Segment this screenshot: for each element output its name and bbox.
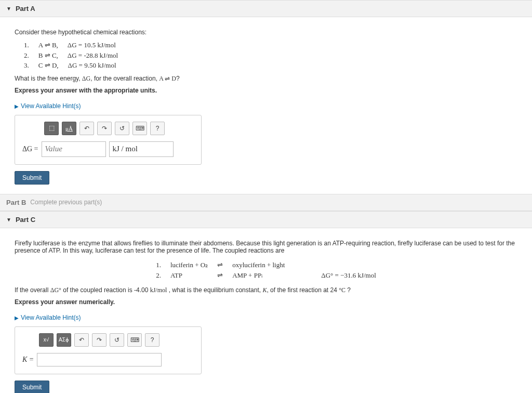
- reset-button[interactable]: ↺: [115, 122, 129, 135]
- unit-input[interactable]: [109, 141, 174, 157]
- value-input[interactable]: [42, 141, 106, 157]
- reaction-row: 2. B ⇌ C, ΔG = -28.8 kJ/mol: [24, 50, 517, 61]
- part-a-header[interactable]: ▼ Part A: [0, 0, 532, 17]
- help-button[interactable]: ?: [145, 333, 159, 347]
- undo-button[interactable]: ↶: [79, 122, 94, 135]
- equation-table: 1. luciferin + O₂ ⇌ oxyluciferin + light…: [151, 259, 381, 281]
- help-button[interactable]: ?: [150, 122, 165, 135]
- triangle-right-icon: ▶: [15, 315, 19, 321]
- part-b-header: Part B Complete previous part(s): [0, 194, 532, 211]
- answer-box-c: x√ ΑΣϕ ↶ ↷ ↺ ⌨ ? K =: [15, 326, 202, 374]
- part-a-title: Part A: [16, 5, 35, 12]
- greek-button[interactable]: ΑΣϕ: [57, 333, 71, 347]
- answer-input-row-a: ΔG =: [22, 141, 194, 157]
- part-c-intro: Firefly luciferase is the enzyme that al…: [15, 240, 517, 254]
- reaction-row: 1. A ⇌ B, ΔG = 10.5 kJ/mol: [24, 40, 517, 50]
- undo-button[interactable]: ↶: [74, 333, 89, 347]
- caret-down-icon: ▼: [6, 217, 11, 222]
- view-hints-link[interactable]: ▶View Available Hint(s): [15, 314, 81, 321]
- view-hints-link[interactable]: ▶View Available Hint(s): [15, 102, 81, 110]
- sqrt-button[interactable]: x√: [39, 333, 54, 347]
- submit-button-a[interactable]: Submit: [15, 171, 49, 185]
- submit-button-c[interactable]: Submit: [15, 381, 49, 394]
- templates-button[interactable]: ⬚: [44, 122, 59, 135]
- triangle-right-icon: ▶: [15, 103, 19, 109]
- part-a-intro: Consider these hypothetical chemical rea…: [15, 29, 517, 36]
- caret-down-icon: ▼: [6, 6, 11, 11]
- part-b-status: Complete previous part(s): [30, 199, 102, 206]
- part-c-body: Firefly luciferase is the enzyme that al…: [0, 228, 532, 394]
- part-b-title: Part B: [6, 199, 26, 206]
- part-a-question: What is the free energy, ΔG, for the ove…: [15, 75, 517, 83]
- redo-button[interactable]: ↷: [92, 333, 107, 347]
- part-a-instruction: Express your answer with the appropriate…: [15, 87, 517, 94]
- answer-input-row-c: K =: [22, 353, 194, 366]
- keyboard-button[interactable]: ⌨: [127, 333, 142, 347]
- equation-row: 1. luciferin + O₂ ⇌ oxyluciferin + light: [152, 260, 380, 270]
- part-a-body: Consider these hypothetical chemical rea…: [0, 17, 532, 194]
- toolbar-a: ⬚ μÅ ↶ ↷ ↺ ⌨ ?: [44, 122, 194, 135]
- redo-button[interactable]: ↷: [97, 122, 112, 135]
- equation-row: 2. ATP ⇌ AMP + PPᵢ ΔG° = −31.6 kJ/mol: [152, 271, 380, 280]
- answer-box-a: ⬚ μÅ ↶ ↷ ↺ ⌨ ? ΔG =: [15, 115, 202, 165]
- answer-lhs-c: K =: [22, 356, 34, 364]
- toolbar-c: x√ ΑΣϕ ↶ ↷ ↺ ⌨ ?: [39, 333, 194, 347]
- part-c-title: Part C: [16, 216, 35, 224]
- answer-lhs-a: ΔG =: [22, 145, 38, 153]
- reaction-list: 1. A ⇌ B, ΔG = 10.5 kJ/mol 2. B ⇌ C, ΔG …: [24, 40, 517, 71]
- units-button[interactable]: μÅ: [62, 122, 76, 135]
- keyboard-button[interactable]: ⌨: [132, 122, 147, 135]
- reaction-row: 3. C ⇌ D, ΔG = 9.50 kJ/mol: [24, 60, 517, 71]
- part-c-question: If the overall ΔG° of the coupled reacti…: [15, 286, 517, 294]
- part-c-header[interactable]: ▼ Part C: [0, 211, 532, 228]
- k-value-input[interactable]: [37, 353, 162, 366]
- part-c-instruction: Express your answer numerically.: [15, 298, 517, 306]
- reset-button[interactable]: ↺: [110, 333, 124, 347]
